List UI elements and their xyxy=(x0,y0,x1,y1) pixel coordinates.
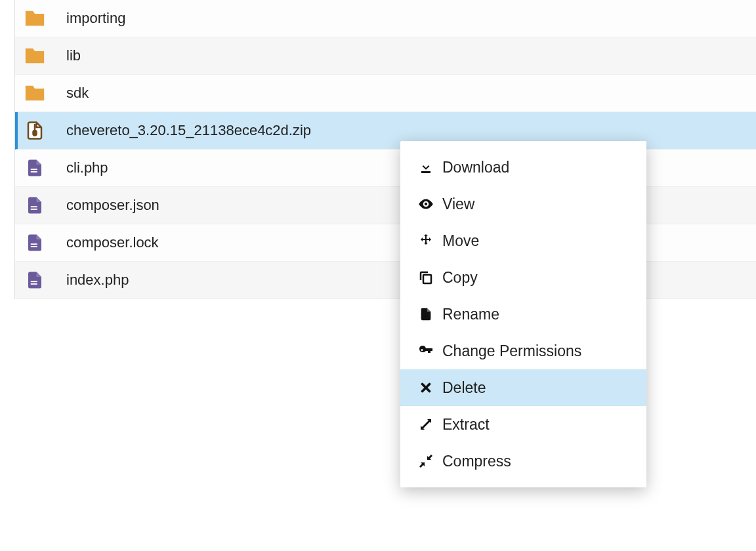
download-icon xyxy=(416,157,436,177)
delete-icon xyxy=(416,378,436,398)
menu-compress[interactable]: Compress xyxy=(400,443,646,480)
menu-label: Download xyxy=(442,159,509,176)
folder-icon xyxy=(23,44,47,68)
file-row[interactable]: sdk xyxy=(15,75,756,112)
folder-icon xyxy=(23,81,47,105)
menu-change-permissions[interactable]: Change Permissions xyxy=(400,333,646,369)
svg-rect-9 xyxy=(31,283,37,285)
file-icon xyxy=(23,156,47,180)
menu-move[interactable]: Move xyxy=(400,222,646,259)
menu-copy[interactable]: Copy xyxy=(400,259,646,296)
menu-rename[interactable]: Rename xyxy=(400,296,646,333)
menu-label: Rename xyxy=(442,306,499,323)
file-name: lib xyxy=(66,47,81,64)
rename-icon xyxy=(416,304,436,324)
file-icon xyxy=(23,194,47,217)
menu-label: Delete xyxy=(442,379,486,397)
menu-download[interactable]: Download xyxy=(400,149,646,186)
svg-rect-4 xyxy=(31,206,37,207)
menu-label: Extract xyxy=(442,416,490,434)
copy-icon xyxy=(416,268,436,287)
svg-rect-7 xyxy=(31,246,37,247)
file-name: composer.lock xyxy=(66,234,159,251)
menu-label: Copy xyxy=(442,269,478,287)
menu-label: Move xyxy=(442,232,479,250)
file-icon xyxy=(23,231,47,255)
menu-extract[interactable]: Extract xyxy=(400,406,646,443)
key-icon xyxy=(416,341,436,361)
svg-rect-10 xyxy=(423,275,431,283)
eye-icon xyxy=(416,194,436,214)
file-icon xyxy=(23,268,47,292)
menu-delete[interactable]: Delete xyxy=(400,369,646,406)
menu-label: Change Permissions xyxy=(442,342,581,360)
file-name: importing xyxy=(66,10,125,27)
compress-icon xyxy=(416,451,436,471)
context-menu: Download View Move Copy Rename Change Pe… xyxy=(400,141,646,487)
move-icon xyxy=(416,231,436,251)
file-name: chevereto_3.20.15_21138ece4c2d.zip xyxy=(66,122,311,139)
extract-icon xyxy=(416,415,436,434)
svg-rect-8 xyxy=(31,281,37,282)
menu-view[interactable]: View xyxy=(400,186,646,222)
menu-label: View xyxy=(442,195,474,213)
zip-icon xyxy=(23,119,47,142)
file-row[interactable]: importing xyxy=(15,0,756,37)
file-row[interactable]: lib xyxy=(15,37,756,75)
svg-rect-2 xyxy=(31,169,37,170)
svg-rect-3 xyxy=(31,171,37,173)
file-name: index.php xyxy=(66,272,129,289)
file-name: cli.php xyxy=(66,159,108,176)
svg-rect-0 xyxy=(33,131,37,136)
svg-rect-6 xyxy=(31,243,37,245)
file-name: sdk xyxy=(66,85,89,102)
file-name: composer.json xyxy=(66,197,159,214)
svg-rect-5 xyxy=(31,209,37,210)
menu-label: Compress xyxy=(442,453,511,470)
folder-icon xyxy=(23,7,47,30)
